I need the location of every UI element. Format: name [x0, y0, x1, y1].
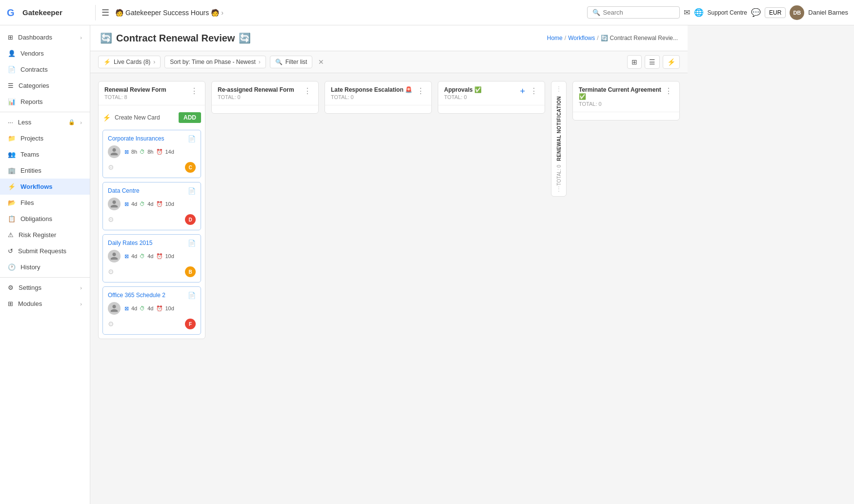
document-icon: 📄 [188, 292, 196, 299]
sidebar-item-projects[interactable]: 📁 Projects [0, 130, 90, 146]
sidebar-item-label: Projects [20, 135, 82, 142]
filter-clear-btn[interactable]: ✕ [316, 58, 326, 66]
gatekeeper-logo-icon: G [6, 6, 20, 20]
breadcrumb-workflows[interactable]: Workflows [568, 35, 595, 41]
sidebar-item-teams[interactable]: 👥 Teams [0, 146, 90, 162]
sidebar-item-less[interactable]: ··· Less 🔒 › [0, 114, 90, 130]
sidebar-item-categories[interactable]: ☰ Categories [0, 78, 90, 94]
sort-btn[interactable]: Sort by: Time on Phase - Newest › [164, 56, 265, 68]
list-view-btn[interactable]: ☰ [645, 55, 660, 69]
column-menu-icon[interactable]: ⋮ [416, 86, 426, 96]
drag-handle-icon: ⋮ [556, 85, 562, 92]
column-menu-icon[interactable]: ⋮ [664, 86, 673, 96]
sidebar-item-files[interactable]: 📂 Files [0, 195, 90, 211]
column-menu-icon[interactable]: ⋮ [189, 86, 199, 96]
sidebar-item-modules[interactable]: ⊞ Modules › [0, 296, 90, 312]
user-badge: D [185, 214, 196, 225]
page-header-title: 🧑 Gatekeeper Success Hours 🧑 › [115, 9, 583, 17]
filter-view-btn[interactable]: ⚡ [663, 55, 680, 69]
grid-view-btn[interactable]: ⊞ [627, 55, 642, 69]
search-input[interactable] [603, 9, 674, 16]
document-icon: 📄 [188, 135, 196, 142]
list-item[interactable]: Daily Rates 2015 📄 ⊠4d ⏱4d ⏰10d [102, 234, 201, 282]
logo[interactable]: G Gatekeeper [6, 6, 91, 20]
chat-icon[interactable]: 💬 [751, 8, 761, 17]
sidebar-item-dashboards[interactable]: ⊞ Dashboards › [0, 29, 90, 45]
settings-icon[interactable]: ⚙ [108, 320, 114, 328]
sidebar-item-workflows[interactable]: ⚡ Workflows [0, 179, 90, 195]
chevron-down-icon: › [80, 120, 82, 125]
filter-btn[interactable]: 🔍 Filter list [270, 56, 313, 68]
sidebar-item-submit-requests[interactable]: ↺ Submit Requests [0, 243, 90, 259]
chevron-right-icon: › [80, 301, 82, 307]
card-stats: ⊠4d ⏱4d ⏰10d [124, 201, 196, 207]
sidebar-item-label: Workflows [20, 183, 82, 190]
search-box[interactable]: 🔍 [587, 6, 680, 19]
breadcrumb: Home / Workflows / 🔄 Contract Renewal Re… [547, 35, 678, 41]
column-menu-icon[interactable]: ⋮ [303, 86, 312, 96]
column-approvals: Approvals ✅ TOTAL: 0 + ⋮ [438, 81, 545, 114]
sidebar-item-label: Teams [20, 151, 82, 158]
sidebar-item-label: Modules [18, 300, 75, 307]
create-card-row: ⚡ Create New Card ADD [102, 109, 201, 126]
sidebar-item-entities[interactable]: 🏢 Entities [0, 162, 90, 179]
lock-icon: 🔒 [68, 119, 75, 125]
list-item[interactable]: Office 365 Schedule 2 📄 ⊠4d ⏱4d ⏰10d [102, 286, 201, 335]
sidebar-item-label: Reports [20, 98, 82, 105]
user-badge: C [185, 162, 196, 173]
vendors-icon: 👤 [8, 50, 16, 57]
menu-icon[interactable]: ☰ [100, 5, 111, 20]
sidebar-item-contracts[interactable]: 📄 Contracts [0, 61, 90, 78]
obligations-icon: 📋 [8, 215, 16, 222]
document-icon: 📄 [188, 187, 196, 195]
live-cards-btn[interactable]: ⚡ Live Cards (8) › [98, 56, 161, 68]
support-label: Support Centre [708, 9, 747, 16]
list-item[interactable]: Data Centre 📄 ⊠4d ⏱4d ⏰10d [102, 182, 201, 230]
column-vertical-total: TOTAL: 0 [556, 165, 562, 185]
search-icon: 🔍 [592, 9, 600, 16]
support-centre-btn[interactable]: Support Centre [708, 9, 747, 16]
avatar [108, 250, 121, 262]
list-item[interactable]: Corporate Insurances 📄 ⊠8h ⏱8h ⏰14d [102, 130, 201, 178]
logo-text: Gatekeeper [22, 8, 62, 17]
chevron-right-icon: › [259, 59, 261, 65]
sidebar-item-label: Settings [19, 284, 75, 291]
settings-icon[interactable]: ⚙ [108, 216, 114, 223]
drag-handle-icon: ⋮ [556, 185, 562, 192]
contracts-icon: 📄 [8, 66, 16, 73]
card-stats: ⊠8h ⏱8h ⏰14d [124, 149, 196, 155]
mail-icon[interactable]: ✉ [684, 8, 690, 17]
breadcrumb-home[interactable]: Home [547, 35, 563, 41]
avatar[interactable]: DB [790, 5, 804, 20]
currency-btn[interactable]: EUR [765, 7, 786, 18]
sidebar-item-obligations[interactable]: 📋 Obligations [0, 211, 90, 227]
column-menu-icon[interactable]: ⋮ [529, 86, 539, 96]
column-title: Approvals ✅ [444, 86, 482, 93]
column-total: TOTAL: 0 [579, 101, 664, 107]
sidebar-item-label: Submit Requests [18, 247, 82, 255]
user-badge: B [185, 266, 196, 277]
sidebar: ⊞ Dashboards › 👤 Vendors 📄 Contracts ☰ C… [0, 25, 90, 504]
column-late-response-escalation: Late Response Escalation 🚨 TOTAL: 0 ⋮ [325, 81, 432, 114]
bolt-icon: ⚡ [103, 59, 111, 65]
sidebar-item-label: Entities [20, 167, 82, 174]
sidebar-item-history[interactable]: 🕐 History [0, 259, 90, 275]
sidebar-item-risk-register[interactable]: ⚠ Risk Register [0, 227, 90, 243]
sidebar-item-label: Less [18, 119, 63, 126]
settings-icon[interactable]: ⚙ [108, 268, 114, 276]
sidebar-item-vendors[interactable]: 👤 Vendors [0, 45, 90, 61]
sidebar-item-label: Dashboards [18, 34, 75, 41]
sidebar-item-label: Files [20, 199, 82, 206]
sidebar-item-settings[interactable]: ⚙ Settings › [0, 280, 90, 296]
add-card-btn[interactable]: ADD [179, 112, 201, 123]
title-text: Gatekeeper Success Hours [125, 9, 209, 17]
sidebar-item-reports[interactable]: 📊 Reports [0, 94, 90, 110]
sidebar-item-label: Risk Register [19, 231, 82, 239]
categories-icon: ☰ [8, 82, 14, 89]
add-column-btn[interactable]: + [518, 87, 527, 96]
globe-icon[interactable]: 🌐 [694, 8, 704, 17]
sidebar-item-label: Vendors [20, 50, 82, 57]
search-filter-icon: 🔍 [275, 59, 283, 65]
sidebar-item-label: Categories [19, 82, 82, 89]
settings-icon[interactable]: ⚙ [108, 163, 114, 171]
